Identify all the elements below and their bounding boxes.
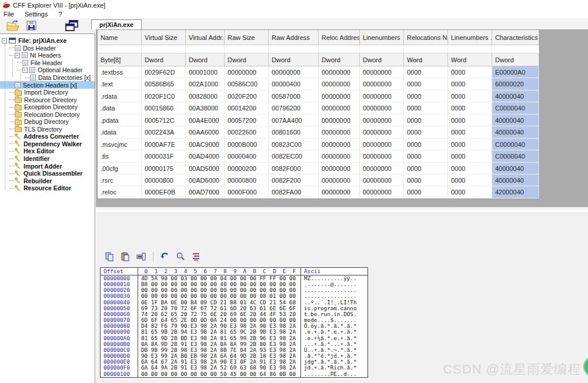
sidebar-item-tls-directory[interactable]: TLS Directory bbox=[0, 126, 95, 133]
hex-ascii[interactable]: ........PE..d... bbox=[300, 371, 368, 377]
table-row[interactable]: .text00586B65002A100000586C0000000400000… bbox=[98, 78, 539, 90]
value-cell[interactable]: 0000 bbox=[448, 150, 492, 162]
value-cell[interactable]: 40000040 bbox=[492, 174, 539, 186]
value-cell[interactable]: 0000 bbox=[448, 115, 492, 126]
sidebar-item-relocation-directory[interactable]: Relocation Directory bbox=[0, 110, 95, 118]
value-cell[interactable]: 0000 bbox=[404, 150, 448, 162]
open-file-icon[interactable] bbox=[6, 19, 20, 32]
hex-ascii[interactable]: Û..+.ã.*.~.*.ã.* bbox=[300, 347, 368, 353]
value-cell[interactable]: 00001000 bbox=[186, 66, 225, 78]
value-cell[interactable]: 0000 bbox=[448, 66, 492, 78]
section-name-cell[interactable]: .data bbox=[98, 102, 142, 114]
column-header-reloc-address[interactable]: Reloc Address bbox=[319, 30, 360, 45]
value-cell[interactable]: 00000000 bbox=[319, 126, 360, 138]
hex-bytes[interactable]: 00 00 00 00 00 00 00 00 50 45 00 00 64 8… bbox=[138, 371, 300, 377]
value-cell[interactable]: 0000 bbox=[404, 102, 448, 114]
sidebar-item-resource-editor[interactable]: Resource Editor bbox=[0, 184, 95, 192]
sidebar-item-exception-directory[interactable]: Exception Directory bbox=[0, 103, 95, 111]
hex-editor-grid[interactable]: Offset 0 1 2 3 4 5 6 7 8 9 A B C D E F A… bbox=[100, 267, 368, 378]
sidebar-item-file-prjxian-exe[interactable]: −File: prjXiAn.exe bbox=[0, 37, 95, 45]
value-cell[interactable]: 00057200 bbox=[225, 115, 269, 126]
section-name-cell[interactable]: .idata bbox=[98, 126, 142, 138]
hex-ascii[interactable]: jdg*.ã.*.ã.*.ã.* bbox=[300, 359, 368, 365]
value-cell[interactable]: 40000040 bbox=[492, 90, 539, 102]
value-cell[interactable]: 00823C00 bbox=[269, 139, 319, 150]
hex-ascii[interactable]: ...+.ã.*...+.ã.* bbox=[300, 341, 368, 347]
sidebar-item-dos-header[interactable]: Dos Header bbox=[0, 45, 95, 52]
value-cell[interactable]: 00AD5000 bbox=[186, 163, 225, 174]
hex-ascii[interactable]: ¸.......@....... bbox=[300, 281, 368, 287]
column-header-linenumbers[interactable]: Linenumbers ... bbox=[448, 30, 492, 45]
value-cell[interactable]: 00AD6000 bbox=[186, 174, 225, 186]
column-header-virtual-addr[interactable]: Virtual Addr... bbox=[186, 30, 225, 45]
value-cell[interactable]: 0000 bbox=[404, 163, 448, 174]
value-cell[interactable]: 00586C00 bbox=[225, 78, 269, 90]
value-cell[interactable]: 00000400 bbox=[269, 78, 319, 90]
section-name-cell[interactable]: .reloc bbox=[98, 186, 142, 198]
section-name-cell[interactable]: .pdata bbox=[98, 115, 142, 126]
sidebar-item-address-converter[interactable]: Address Converter bbox=[0, 133, 95, 140]
value-cell[interactable]: 00000000 bbox=[360, 66, 404, 78]
sidebar-item-identifier[interactable]: Identifier bbox=[0, 155, 95, 163]
section-name-cell[interactable]: .msvcjmc bbox=[98, 139, 142, 150]
value-cell[interactable]: 00000000 bbox=[319, 139, 360, 150]
fill-icon[interactable] bbox=[136, 252, 146, 261]
value-cell[interactable]: 0000 bbox=[448, 139, 492, 150]
value-cell[interactable]: 00828000 bbox=[186, 90, 225, 102]
value-cell[interactable]: 0000 bbox=[404, 174, 448, 186]
table-row[interactable]: .idata0002243A00AA6000000226000080160000… bbox=[98, 126, 539, 138]
section-name-cell[interactable]: .tls bbox=[98, 150, 142, 162]
value-cell[interactable]: 0000F000 bbox=[225, 186, 269, 198]
paste-icon[interactable] bbox=[121, 252, 130, 261]
sidebar-item-file-header[interactable]: File Header bbox=[0, 59, 95, 67]
sidebar-item-hex-editor[interactable]: Hex Editor bbox=[0, 147, 95, 155]
tree-expander-icon[interactable]: − bbox=[2, 38, 7, 43]
hex-ascii[interactable]: jd.+.ã.*Rich.ã.* bbox=[300, 365, 368, 371]
value-cell[interactable]: 0000 bbox=[448, 78, 492, 90]
value-cell[interactable]: 0000AF7E bbox=[142, 139, 186, 150]
value-cell[interactable]: 0000 bbox=[404, 126, 448, 138]
value-cell[interactable]: 00000000 bbox=[360, 150, 404, 162]
value-cell[interactable]: 0000EF0B bbox=[142, 186, 186, 198]
value-cell[interactable]: 0000 bbox=[448, 102, 492, 114]
value-cell[interactable]: 0000 bbox=[448, 186, 492, 198]
value-cell[interactable]: 00AA6000 bbox=[186, 126, 225, 138]
value-cell[interactable]: 0000B000 bbox=[225, 139, 269, 150]
value-cell[interactable]: 0000 bbox=[404, 115, 448, 126]
value-cell[interactable]: 00000000 bbox=[319, 174, 360, 186]
hex-ascii[interactable]: is.program.canno bbox=[300, 305, 368, 311]
save-file-icon[interactable] bbox=[26, 19, 38, 32]
section-name-cell[interactable]: .rdata bbox=[98, 90, 142, 102]
value-cell[interactable]: 40000040 bbox=[492, 115, 539, 126]
tree-expander-icon[interactable]: − bbox=[22, 68, 28, 73]
table-row[interactable]: .msvcjmc0000AF7E00AC90000000B00000823C00… bbox=[98, 139, 539, 150]
column-header-linenumbers[interactable]: Linenumbers bbox=[360, 30, 404, 45]
value-cell[interactable]: 00000200 bbox=[225, 163, 269, 174]
hex-ascii[interactable]: ..º..´.Í!¸.LÍ!Th bbox=[300, 300, 368, 305]
sidebar-item-resource-directory[interactable]: Resource Directory bbox=[0, 96, 95, 103]
value-cell[interactable]: 002A1000 bbox=[186, 78, 225, 90]
hex-ascii[interactable]: t.be.run.in.DOS. bbox=[300, 311, 368, 317]
value-cell[interactable]: 0000 bbox=[404, 78, 448, 90]
hex-bytes[interactable]: 6A 64 9A 2B 91 E3 98 2A 52 69 63 68 90 E… bbox=[138, 365, 300, 371]
hex-ascii[interactable]: ................ bbox=[300, 293, 368, 299]
value-cell[interactable]: 00587000 bbox=[269, 90, 319, 102]
table-row[interactable]: .pdata0005712C00A4E00000057200007AA40000… bbox=[98, 115, 539, 126]
sidebar-item-quick-disassembler[interactable]: Quick Disassembler bbox=[0, 170, 95, 177]
value-cell[interactable]: 00A38000 bbox=[186, 102, 225, 114]
table-row[interactable]: .rsrc0000080000AD6000000008000082F200000… bbox=[98, 174, 539, 186]
value-cell[interactable]: 40000040 bbox=[492, 163, 539, 174]
column-header-relocations-n[interactable]: Relocations N... bbox=[404, 30, 448, 45]
table-row[interactable]: .rdata0020F1C0008280000020F2000058700000… bbox=[98, 90, 539, 102]
value-cell[interactable]: 0000 bbox=[448, 126, 492, 138]
value-cell[interactable]: 0000 bbox=[448, 90, 492, 102]
value-cell[interactable]: 0000 bbox=[404, 90, 448, 102]
column-header-name[interactable]: Name bbox=[98, 30, 142, 45]
value-cell[interactable]: 00796200 bbox=[269, 102, 319, 114]
value-cell[interactable]: E00000A0 bbox=[492, 66, 539, 78]
search-icon[interactable] bbox=[176, 252, 185, 261]
value-cell[interactable]: 00022600 bbox=[225, 126, 269, 138]
value-cell[interactable]: 00000000 bbox=[360, 90, 404, 102]
value-cell[interactable]: 007AA400 bbox=[269, 115, 319, 126]
value-cell[interactable]: 00000000 bbox=[360, 174, 404, 186]
